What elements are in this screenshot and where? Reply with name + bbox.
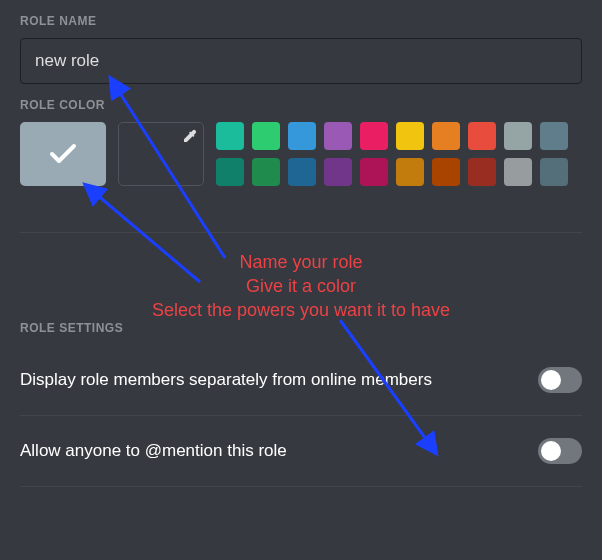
color-swatch[interactable] — [216, 122, 244, 150]
role-name-input[interactable] — [20, 38, 582, 84]
color-swatch[interactable] — [324, 158, 352, 186]
check-icon — [48, 142, 78, 166]
annotation-line-3: Select the powers you want it to have — [0, 300, 602, 321]
color-swatch[interactable] — [288, 158, 316, 186]
color-swatch[interactable] — [360, 158, 388, 186]
divider — [20, 486, 582, 487]
default-color-swatch[interactable] — [20, 122, 106, 186]
eyedropper-icon — [182, 128, 198, 148]
annotation-line-2: Give it a color — [0, 276, 602, 297]
role-name-section-label: ROLE NAME — [20, 14, 582, 28]
color-swatch[interactable] — [216, 158, 244, 186]
role-settings-section-label: ROLE SETTINGS — [20, 321, 582, 335]
color-swatch[interactable] — [396, 158, 424, 186]
color-swatch[interactable] — [252, 158, 280, 186]
role-color-section-label: ROLE COLOR — [20, 98, 582, 112]
color-swatch[interactable] — [540, 158, 568, 186]
color-swatch[interactable] — [288, 122, 316, 150]
setting-allow-mention: Allow anyone to @mention this role — [0, 416, 602, 486]
color-swatch[interactable] — [504, 122, 532, 150]
divider — [20, 232, 582, 233]
color-swatch[interactable] — [540, 122, 568, 150]
color-swatch[interactable] — [396, 122, 424, 150]
color-swatch[interactable] — [324, 122, 352, 150]
display-separately-toggle[interactable] — [538, 367, 582, 393]
color-swatch[interactable] — [504, 158, 532, 186]
setting-display-separately: Display role members separately from onl… — [0, 345, 602, 415]
color-swatch[interactable] — [468, 122, 496, 150]
color-swatch[interactable] — [468, 158, 496, 186]
color-swatch[interactable] — [432, 122, 460, 150]
color-swatch[interactable] — [360, 122, 388, 150]
setting-label: Display role members separately from onl… — [20, 370, 432, 390]
allow-mention-toggle[interactable] — [538, 438, 582, 464]
annotation-line-1: Name your role — [0, 252, 602, 273]
color-swatch[interactable] — [432, 158, 460, 186]
setting-label: Allow anyone to @mention this role — [20, 441, 287, 461]
custom-color-swatch[interactable] — [118, 122, 204, 186]
color-palette — [216, 122, 568, 186]
color-swatch[interactable] — [252, 122, 280, 150]
